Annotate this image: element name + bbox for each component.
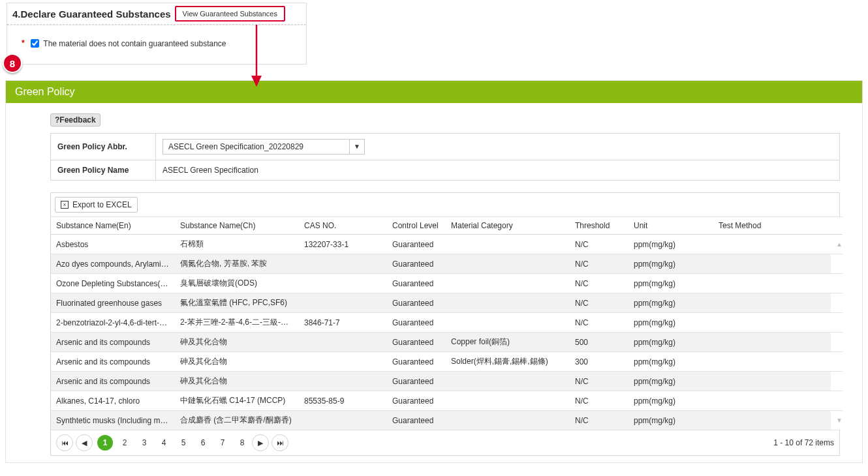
cell-unit: ppm(mg/kg) <box>628 372 713 391</box>
pager-first-button[interactable]: ⏮ <box>56 434 73 451</box>
table-row[interactable]: 2-benzotriazol-2-yl-4,6-di-tert-but…2-苯并… <box>51 313 843 333</box>
cell-en: Arsenic and its compounds <box>51 372 175 391</box>
cell-ch: 氟化溫室氣體 (HFC, PFC,SF6) <box>175 293 299 313</box>
not-contain-checkbox[interactable] <box>31 39 39 48</box>
col-threshold[interactable]: Threshold <box>570 217 628 235</box>
pager-page-7[interactable]: 7 <box>215 435 230 451</box>
pager-page-8[interactable]: 8 <box>234 435 250 451</box>
pager-last-button[interactable]: ⏭ <box>271 434 288 451</box>
cell-cas: 85535-85-9 <box>299 391 387 411</box>
cell-unit: ppm(mg/kg) <box>628 254 713 274</box>
cell-test <box>713 235 831 254</box>
cell-thr: N/C <box>570 313 628 333</box>
pager-page-6[interactable]: 6 <box>195 435 211 451</box>
required-star-icon: * <box>22 38 25 48</box>
cell-thr: N/C <box>570 411 628 430</box>
cell-en: Alkanes, C14-17, chloro <box>51 391 175 411</box>
cell-ch: 偶氮化合物, 芳基胺, 苯胺 <box>175 254 299 274</box>
col-control-level[interactable]: Control Level <box>387 217 446 235</box>
pager: ⏮ ◀ 12345678 ▶ ⏭ 1 - 10 of 72 items <box>51 430 839 455</box>
cell-en: Synthtetic musks (Including musk… <box>51 411 175 430</box>
section-title: 4.Declare Guaranteed Substances <box>12 8 171 20</box>
cell-unit: ppm(mg/kg) <box>628 333 713 352</box>
cell-cat <box>446 235 570 254</box>
cell-ch: 石棉類 <box>175 235 299 254</box>
table-row[interactable]: Arsenic and its compounds砷及其化合物Guarantee… <box>51 352 843 372</box>
cell-cas <box>299 333 387 352</box>
cell-test <box>713 333 831 352</box>
table-row[interactable]: Asbestos石棉類132207-33-1GuaranteedN/Cppm(m… <box>51 235 843 254</box>
cell-thr: 500 <box>570 333 628 352</box>
policy-form: Green Policy Abbr. ASECL Green Specifica… <box>50 133 840 181</box>
table-row[interactable]: Alkanes, C14-17, chloro中鏈氯化石蠟 C14-17 (MC… <box>51 391 843 411</box>
col-test-method[interactable]: Test Method <box>713 217 831 235</box>
cell-thr: N/C <box>570 274 628 293</box>
cell-en: Fluorinated greenhouse gases <box>51 293 175 313</box>
cell-cas <box>299 274 387 293</box>
cell-unit: ppm(mg/kg) <box>628 352 713 372</box>
export-excel-button[interactable]: x Export to EXCEL <box>55 197 138 213</box>
cell-ch: 中鏈氯化石蠟 C14-17 (MCCP) <box>175 391 299 411</box>
table-row[interactable]: Arsenic and its compounds砷及其化合物Guarantee… <box>51 372 843 391</box>
abbr-dropdown-value: ASECL Green Specification_20220829 <box>168 142 349 151</box>
feedback-button[interactable]: ?Feedback <box>50 113 101 126</box>
name-label: Green Policy Name <box>51 160 156 181</box>
excel-icon: x <box>61 201 69 209</box>
cell-cat <box>446 391 570 411</box>
cell-ctrl: Guaranteed <box>387 313 446 333</box>
pager-next-button[interactable]: ▶ <box>252 434 269 451</box>
col-substance-ch[interactable]: Substance Name(Ch) <box>175 217 299 235</box>
pager-page-4[interactable]: 4 <box>156 435 172 451</box>
col-substance-en[interactable]: Substance Name(En) <box>51 217 175 235</box>
cell-unit: ppm(mg/kg) <box>628 411 713 430</box>
name-value: ASECL Green Specification <box>156 160 840 181</box>
cell-en: Arsenic and its compounds <box>51 352 175 372</box>
sort-asc-icon: ▲ <box>831 235 843 254</box>
col-cas-no[interactable]: CAS NO. <box>299 217 387 235</box>
cell-cat <box>446 293 570 313</box>
pager-prev-button[interactable]: ◀ <box>76 434 93 451</box>
cell-unit: ppm(mg/kg) <box>628 313 713 333</box>
cell-test <box>713 352 831 372</box>
grid-header-row: Substance Name(En) Substance Name(Ch) CA… <box>51 217 843 235</box>
cell-en: Azo dyes compounds, Arylamine… <box>51 254 175 274</box>
table-row[interactable]: Fluorinated greenhouse gases氟化溫室氣體 (HFC,… <box>51 293 843 313</box>
cell-thr: N/C <box>570 372 628 391</box>
cell-ctrl: Guaranteed <box>387 254 446 274</box>
cell-test <box>713 372 831 391</box>
cell-unit: ppm(mg/kg) <box>628 235 713 254</box>
cell-en: Arsenic and its compounds <box>51 333 175 352</box>
table-row[interactable]: Ozone Depleting Substances(ODS)臭氧層破壞物質(O… <box>51 274 843 293</box>
col-material-category[interactable]: Material Category <box>446 217 570 235</box>
cell-ch: 2-苯并三唑-2-基-4,6-二-三級-丁基… <box>175 313 299 333</box>
cell-test <box>713 254 831 274</box>
cell-cas <box>299 411 387 430</box>
cell-ctrl: Guaranteed <box>387 352 446 372</box>
cell-cas <box>299 293 387 313</box>
pager-page-1[interactable]: 1 <box>97 435 113 451</box>
cell-test <box>713 411 831 430</box>
abbr-label: Green Policy Abbr. <box>51 134 156 160</box>
sort-desc-icon: ▼ <box>831 411 843 430</box>
pager-page-5[interactable]: 5 <box>176 435 191 451</box>
cell-test <box>713 313 831 333</box>
cell-test <box>713 293 831 313</box>
cell-cat <box>446 254 570 274</box>
table-row[interactable]: Arsenic and its compounds砷及其化合物Guarantee… <box>51 333 843 352</box>
cell-cat: Copper foil(銅箔) <box>446 333 570 352</box>
table-row[interactable]: Synthtetic musks (Including musk…合成麝香 (含… <box>51 411 843 430</box>
cell-cas <box>299 254 387 274</box>
pager-page-3[interactable]: 3 <box>136 435 152 451</box>
cell-cas <box>299 352 387 372</box>
cell-ctrl: Guaranteed <box>387 391 446 411</box>
cell-ch: 臭氧層破壞物質(ODS) <box>175 274 299 293</box>
col-unit[interactable]: Unit <box>628 217 713 235</box>
cell-en: Asbestos <box>51 235 175 254</box>
view-guaranteed-button[interactable]: View Guaranteed Substances <box>175 6 285 22</box>
cell-cat <box>446 372 570 391</box>
chevron-down-icon: ▼ <box>349 140 364 154</box>
pager-page-2[interactable]: 2 <box>117 435 132 451</box>
abbr-dropdown[interactable]: ASECL Green Specification_20220829 ▼ <box>163 139 365 155</box>
table-row[interactable]: Azo dyes compounds, Arylamine…偶氮化合物, 芳基胺… <box>51 254 843 274</box>
cell-test <box>713 391 831 411</box>
